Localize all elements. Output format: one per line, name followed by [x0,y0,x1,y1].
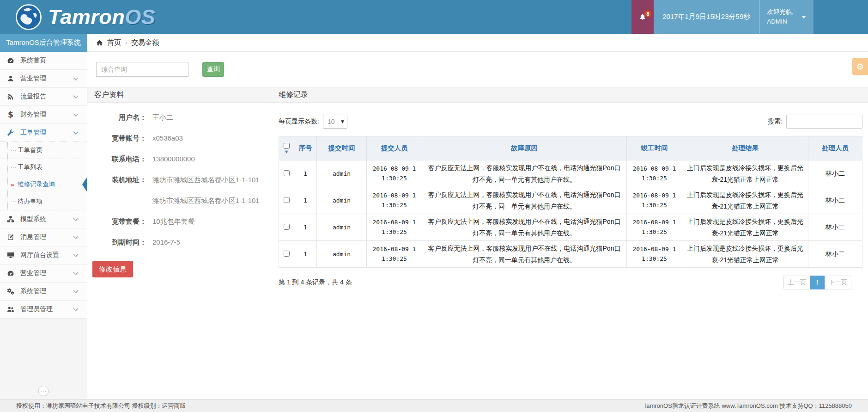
sidebar-item[interactable]: 模型系统 [0,210,87,228]
row-checkbox-cell [279,214,294,241]
query-button[interactable]: 查询 [202,62,224,77]
footer-support-text: TamronOS腾龙认证计费系统 www.TamronOS.com 技术支持QQ… [643,402,852,410]
wrench-icon [6,129,15,137]
table-cell: 2016-08-09 11:30:25 [367,187,422,214]
column-header[interactable]: 序号 [294,136,317,160]
sidebar-item[interactable]: 营业管理 [0,264,87,283]
table-cell: 林小二 [808,214,862,241]
dashboard-icon [6,57,15,65]
sidebar-subitem[interactable]: ⋯待办事项 [0,193,87,210]
sidebar-item[interactable]: 流量报告 [0,88,87,106]
dots-leader-icon: ⋯ [11,198,16,205]
sidebar-item[interactable]: 工单管理 [0,124,87,142]
edit-info-button[interactable]: 修改信息 [92,261,133,277]
select-all-checkbox[interactable] [284,143,290,149]
sidebar-subitem-label: 工单首页 [18,146,42,154]
ellipsis-icon: ⋯ [41,387,47,394]
table-cell: 上门后发现是皮线冷接头损坏，更换后光衰-21光猫正常上网正常 [682,241,808,268]
column-header[interactable]: 处理结果 [682,136,808,160]
page-size-select[interactable]: 10 ▼ [323,115,347,129]
table-row: 1admin2016-08-09 11:30:25客户反应无法上网，客服核实发现… [279,187,862,214]
table-cell: 上门后发现是皮线冷接头损坏，更换后光衰-21光猫正常上网正常 [682,160,808,187]
column-header[interactable]: 提交时间 [317,136,367,160]
pagination-next[interactable]: 下一页 [825,276,852,289]
sidebar-item[interactable]: 网厅前台设置 [0,246,87,264]
records-table-head-row: ▼ 序号提交时间提交人员故障原因竣工时间处理结果处理人员 [279,136,862,160]
sidebar-submenu: ⋯工单首页⋯工单列表»维修记录查询⋯待办事项 [0,142,87,210]
header-datetime: 2017年1月9日15时23分59秒 [654,0,759,34]
chevron-down-icon [73,288,78,293]
field-label: 装机地址： [92,176,146,184]
desktop-icon [6,252,15,259]
customer-field: 到期时间：2016-7-5 [92,238,269,247]
double-angle-icon: » [11,181,14,188]
column-header[interactable]: 故障原因 [422,136,627,160]
sidebar-item[interactable]: 消息管理 [0,228,87,246]
chevron-down-icon [73,75,78,80]
row-checkbox[interactable] [284,197,290,203]
row-checkbox[interactable] [284,224,290,230]
pagination-prev[interactable]: 上一页 [783,276,811,289]
table-cell: 2016-08-09 11:30:25 [627,187,682,214]
breadcrumb-home-link[interactable]: 首页 [107,38,121,47]
page-size-value: 10 [328,118,335,125]
sidebar-item-label: 网厅前台设置 [20,251,59,259]
row-checkbox[interactable] [284,251,290,257]
pagination-page-1[interactable]: 1 [810,276,825,289]
records-body: 每页显示条数: 10 ▼ 搜索: [269,115,868,289]
sidebar-menu: 系统首页营业管理流量报告$财务管理工单管理⋯工单首页⋯工单列表»维修记录查询⋯待… [0,52,87,319]
table-cell: 上门后发现是皮线冷接头损坏，更换后光衰-21光猫正常上网正常 [682,187,808,214]
user-menu[interactable]: 欢迎光临, ADMIN [759,0,813,34]
sidebar-item[interactable]: 系统管理 [0,283,87,301]
notifications-button[interactable]: 8 [631,0,654,34]
chevron-down-icon [73,93,78,98]
table-cell: admin [317,187,367,214]
customer-panel: 客户资料 用户名：王小二宽带账号：x0536a03联系电话：1380000000… [87,87,269,399]
column-header[interactable]: 提交人员 [367,136,422,160]
sidebar: TamronOS后台管理系统 系统首页营业管理流量报告$财务管理工单管理⋯工单首… [0,34,87,399]
sidebar-item-label: 系统首页 [20,56,46,65]
table-cell: 2016-08-09 11:30:25 [627,214,682,241]
table-cell: admin [317,241,367,268]
chevron-down-icon [73,252,78,257]
sidebar-item-label: 系统管理 [20,287,46,295]
column-header[interactable]: 竣工时间 [627,136,682,160]
sidebar-subitem[interactable]: »维修记录查询 [0,176,87,193]
chevron-down-icon [73,129,78,135]
app-footer: 授权使用：潍坊家园驿站电子技术有限公司 授权级别：运营商版 TamronOS腾龙… [0,399,868,412]
table-cell: 1 [294,187,317,214]
table-cell: 2016-08-09 11:30:25 [367,160,422,187]
sidebar-item[interactable]: 管理员管理 [0,301,87,319]
dashboard-icon [6,270,15,277]
sidebar-item[interactable]: 系统首页 [0,52,87,70]
row-checkbox[interactable] [284,170,290,176]
welcome-text: 欢迎光临, ADMIN [767,7,794,27]
dots-leader-icon: ⋯ [11,147,16,154]
table-cell: 2016-08-09 11:30:25 [627,241,682,268]
table-cell: 1 [294,160,317,187]
sidebar-item-label: 营业管理 [20,269,46,277]
table-cell: 客户反应无法上网，客服核实发现用户不在线，电话沟通光猫Pon口灯不亮，同一单元有… [422,214,627,241]
chevron-down-icon [73,216,78,221]
global-search-input[interactable] [96,62,188,77]
sidebar-collapse-toggle[interactable]: ⋯ [38,386,49,396]
customer-field-continued: 潍坊市潍城区西城名都小区1-1-101 [92,197,269,205]
field-label: 用户名： [92,113,146,122]
panel-settings-button[interactable]: ⚙ [852,58,868,75]
column-header[interactable]: 处理人员 [808,136,862,160]
sidebar-item[interactable]: 营业管理 [0,70,87,88]
breadcrumb: 首页 › 交易金额 [87,34,868,52]
field-label: 宽带套餐： [92,217,146,226]
sidebar-item[interactable]: $财务管理 [0,106,87,124]
sidebar-title: TamronOS后台管理系统 [0,34,87,52]
sidebar-item-label: 营业管理 [20,74,46,83]
table-search-input[interactable] [786,115,862,129]
table-row: 1admin2016-08-09 11:30:25客户反应无法上网，客服核实发现… [279,160,862,187]
dots-leader-icon: ⋯ [11,164,16,171]
sidebar-subitem[interactable]: ⋯工单首页 [0,142,87,159]
sidebar-subitem[interactable]: ⋯工单列表 [0,159,87,176]
gear-icon: ⚙ [856,61,864,72]
field-value: 王小二 [152,113,173,122]
table-row: 1admin2016-08-09 11:30:25客户反应无法上网，客服核实发现… [279,214,862,241]
field-value: 13800000000 [152,155,195,164]
